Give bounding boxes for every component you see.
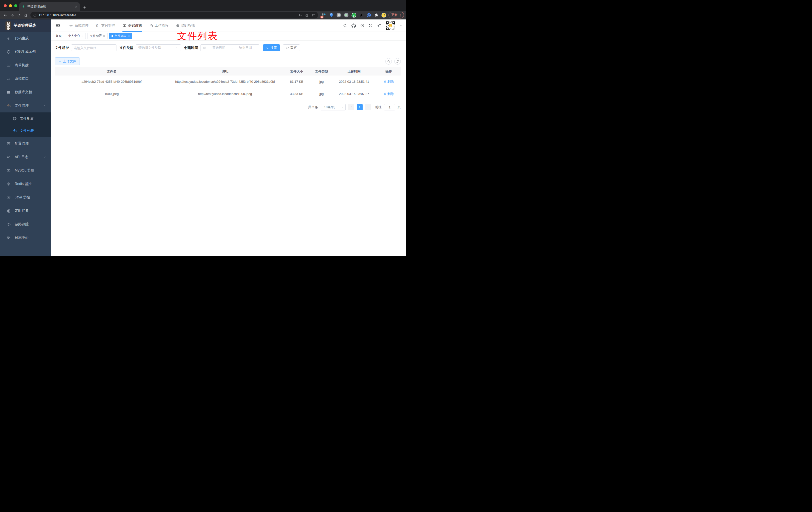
- sidebar-item[interactable]: 代码生成: [0, 32, 51, 45]
- sidebar-item-label: 数据库文档: [15, 90, 32, 94]
- sidebar-item-label: API 日志: [15, 155, 28, 159]
- file-type-select[interactable]: 请选择文件类型: [136, 44, 181, 51]
- bookmark-star-icon[interactable]: [312, 13, 315, 17]
- tag-close-icon[interactable]: [128, 35, 130, 37]
- fullscreen-icon[interactable]: [369, 24, 373, 28]
- kebab-menu-icon[interactable]: [399, 13, 402, 17]
- reset-button[interactable]: 重置: [283, 44, 300, 51]
- schedule-icon: [6, 209, 11, 213]
- sidebar-item[interactable]: 表单构建: [0, 59, 51, 72]
- cell-time: 2022-03-16 23:51:41: [332, 76, 377, 88]
- upload-file-button[interactable]: 上传文件: [55, 57, 80, 65]
- view-tag[interactable]: 个人中心: [66, 33, 86, 39]
- sidebar-item[interactable]: 链路追踪: [0, 218, 51, 231]
- share-icon[interactable]: [305, 13, 309, 17]
- github-icon[interactable]: [351, 24, 356, 28]
- avatar-dropdown-icon[interactable]: [400, 24, 402, 27]
- address-bar[interactable]: 127.0.0.1:1024/infra/file/file: [30, 12, 318, 19]
- view-tag[interactable]: 文件配置: [88, 33, 108, 39]
- browser-update-button[interactable]: 更新: [388, 12, 404, 19]
- home-button[interactable]: [22, 12, 29, 19]
- back-button[interactable]: [2, 12, 9, 19]
- page-size-select[interactable]: 10条/页: [321, 104, 346, 111]
- window-close-button[interactable]: [4, 4, 7, 7]
- prev-page-button[interactable]: [348, 104, 354, 110]
- file-path-input-wrap: [71, 44, 116, 51]
- app-logo[interactable]: 芋道管理系统: [0, 20, 51, 32]
- green-star-extension-icon[interactable]: [358, 12, 364, 18]
- view-tag[interactable]: 文件列表: [109, 33, 132, 39]
- gray-dot-extension-icon[interactable]: [344, 12, 349, 18]
- sidebar-item[interactable]: Java 监控: [0, 191, 51, 204]
- search-button[interactable]: 搜索: [263, 44, 280, 51]
- trash-icon: [383, 92, 386, 95]
- user-avatar[interactable]: [386, 21, 395, 30]
- sidebar-item[interactable]: 系统接口: [0, 72, 51, 86]
- site-info-icon[interactable]: [33, 13, 37, 17]
- browser-tabstrip: 芋道管理系统: [0, 0, 406, 11]
- cell-actions: 删除: [377, 88, 401, 100]
- password-key-icon[interactable]: [298, 13, 302, 17]
- blue-eye-extension-icon[interactable]: [366, 12, 371, 18]
- window-controls: [4, 4, 17, 7]
- top-nav-item[interactable]: 系统管理: [69, 20, 89, 32]
- sidebar-item[interactable]: 文件管理: [0, 99, 51, 113]
- view-tag[interactable]: 首页: [54, 33, 64, 39]
- new-tab-button[interactable]: [83, 6, 86, 9]
- date-end-placeholder[interactable]: 结束日期: [234, 46, 257, 50]
- toggle-search-icon[interactable]: [385, 58, 392, 65]
- forward-button[interactable]: [9, 12, 16, 19]
- date-start-placeholder[interactable]: 开始日期: [207, 46, 230, 50]
- top-nav-item[interactable]: 工作流程: [149, 20, 169, 32]
- tag-close-icon[interactable]: [81, 35, 84, 37]
- tab-close-icon[interactable]: [75, 5, 77, 8]
- window-minimize-button[interactable]: [9, 4, 12, 7]
- window-zoom-button[interactable]: [14, 4, 17, 7]
- table-icon: [6, 90, 11, 94]
- cell-type: jpg: [312, 76, 331, 88]
- sidebar-item[interactable]: 数据库文档: [0, 86, 51, 99]
- sidebar-menu: 代码生成代码生成示例表单构建系统接口数据库文档文件管理文件配置文件列表配置管理A…: [0, 32, 51, 256]
- reload-button[interactable]: [16, 12, 22, 19]
- next-page-button[interactable]: [365, 104, 371, 110]
- sidebar-item[interactable]: 配置管理: [0, 137, 51, 150]
- refresh-table-icon[interactable]: [394, 58, 401, 65]
- emoji-avatar-icon[interactable]: [381, 12, 386, 18]
- top-nav-item[interactable]: 基础设施: [122, 20, 142, 32]
- sidebar-item-label: 配置管理: [15, 141, 29, 146]
- puzzle-extensions-icon[interactable]: [374, 12, 379, 18]
- sidebar-item[interactable]: 文件配置: [0, 113, 51, 125]
- column-header: 操作: [377, 69, 401, 74]
- file-path-input[interactable]: [71, 44, 116, 51]
- help-icon[interactable]: [360, 24, 364, 28]
- command-extension-icon[interactable]: ⌘: [336, 12, 341, 18]
- sidebar-item[interactable]: 文件列表: [0, 125, 51, 137]
- goto-page-input[interactable]: [384, 104, 395, 111]
- sidebar-submenu: 文件配置文件列表: [0, 113, 51, 137]
- sidebar-item[interactable]: API 日志: [0, 150, 51, 164]
- font-size-icon[interactable]: [377, 24, 382, 28]
- sidebar-item-label: Java 监控: [15, 195, 30, 200]
- sidebar-item[interactable]: MySQL 监控: [0, 164, 51, 177]
- search-icon[interactable]: [343, 24, 347, 28]
- delete-button[interactable]: 删除: [383, 91, 394, 96]
- update-label: 更新: [391, 13, 398, 17]
- sidebar-item-label: MySQL 监控: [15, 168, 34, 173]
- tag-close-icon[interactable]: [103, 35, 105, 37]
- chart-monitor-icon: [6, 169, 11, 173]
- sidebar-collapse-icon[interactable]: [54, 22, 62, 29]
- sidebar-item[interactable]: 日志中心: [0, 231, 51, 244]
- current-page-button[interactable]: 1: [357, 104, 362, 110]
- map-pin-extension-icon[interactable]: [329, 12, 334, 18]
- delete-button[interactable]: 删除: [383, 79, 394, 84]
- extension-colored-icon[interactable]: 11: [321, 12, 326, 18]
- sidebar-item[interactable]: 代码生成示例: [0, 45, 51, 59]
- url-text[interactable]: 127.0.0.1:1024/infra/file/file: [39, 13, 298, 17]
- browser-tab[interactable]: 芋道管理系统: [19, 2, 80, 11]
- sidebar-item-label: 代码生成示例: [15, 50, 36, 54]
- sidebar-item[interactable]: 定时任务: [0, 204, 51, 218]
- top-nav-item[interactable]: ¥支付管理: [96, 20, 115, 32]
- y-extension-icon[interactable]: y: [351, 12, 356, 18]
- date-range-picker[interactable]: 开始日期 - 结束日期: [200, 44, 259, 51]
- sidebar-item[interactable]: Redis 监控: [0, 177, 51, 191]
